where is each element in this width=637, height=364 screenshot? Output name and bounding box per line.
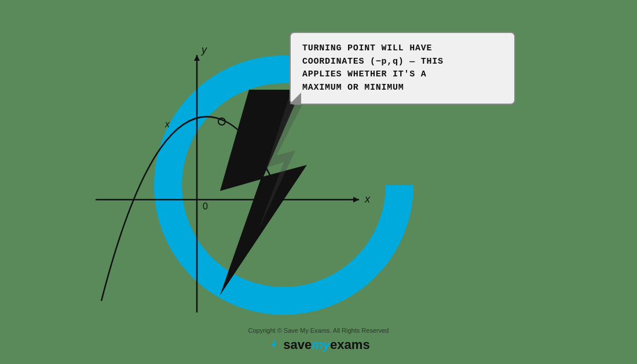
callout-line2: COORDINATES (−p,q) — THIS	[302, 56, 503, 69]
x-axis-label: x	[364, 193, 371, 205]
x-axis-arrow	[353, 197, 359, 203]
svg-marker-0	[272, 340, 276, 350]
logo-exams: exams	[330, 337, 370, 352]
footer: Copyright © Save My Exams. All Rights Re…	[0, 327, 637, 352]
callout-line3: APPLIES WHETHER IT'S A	[302, 68, 503, 82]
y-axis-arrow	[194, 55, 200, 61]
logo-text: savemyexams	[283, 337, 369, 352]
callout-line1: TURNING POINT WILL HAVE	[302, 42, 503, 56]
callout-box: TURNING POINT WILL HAVE COORDINATES (−p,…	[290, 32, 515, 105]
turning-point-x: x	[164, 119, 170, 129]
logo-save: save	[283, 337, 312, 352]
origin-label: 0	[203, 201, 208, 211]
y-axis-label: y	[200, 44, 207, 56]
copyright-text: Copyright © Save My Exams. All Rights Re…	[0, 327, 637, 334]
logo-bolt-icon	[267, 339, 280, 351]
logo-my: my	[312, 337, 330, 352]
callout-line4: MAXIMUM OR MINIMUM	[302, 82, 503, 95]
logo-container: savemyexams	[0, 337, 637, 352]
main-container: x y 0 x TURNING POINT WILL HAVE COORDINA…	[0, 0, 637, 364]
